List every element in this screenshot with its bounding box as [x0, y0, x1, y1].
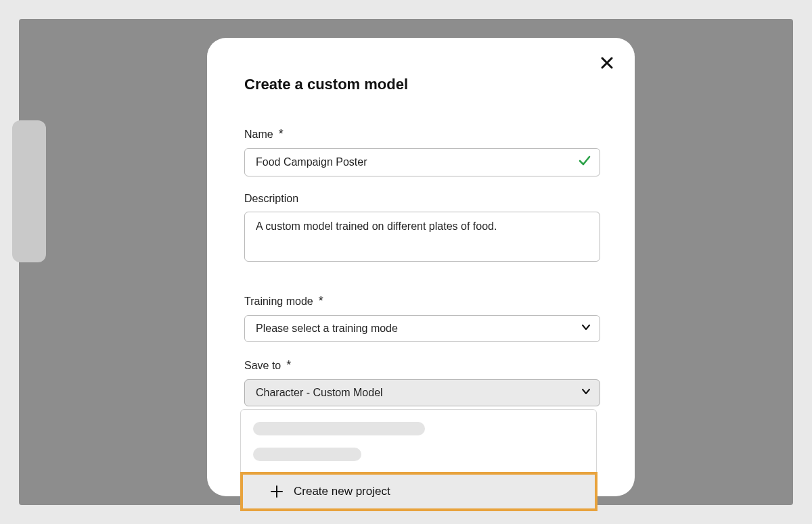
- close-button[interactable]: [598, 54, 616, 72]
- background-panel-fragment: [12, 120, 46, 262]
- training-mode-label: Training mode: [244, 295, 313, 308]
- save-to-field: Save to * Character - Custom Model: [244, 358, 597, 406]
- required-asterisk-icon: *: [319, 294, 323, 308]
- save-to-dropdown-panel[interactable]: Create new project: [240, 409, 597, 510]
- description-field: Description A custom model trained on di…: [244, 193, 597, 264]
- name-field: Name *: [244, 127, 597, 176]
- description-input[interactable]: A custom model trained on different plat…: [244, 212, 600, 262]
- dropdown-option-placeholder[interactable]: [253, 448, 361, 461]
- training-mode-value: Please select a training mode: [256, 323, 398, 335]
- training-mode-select[interactable]: Please select a training mode: [244, 315, 600, 342]
- close-icon: [601, 57, 613, 69]
- app-frame: Create a custom model Name * Description…: [19, 19, 793, 505]
- plus-icon: [271, 485, 283, 498]
- training-mode-field: Training mode * Please select a training…: [244, 294, 597, 342]
- description-label: Description: [244, 193, 298, 205]
- create-new-project-option[interactable]: Create new project: [241, 473, 596, 510]
- required-asterisk-icon: *: [286, 358, 291, 373]
- create-new-project-label: Create new project: [294, 485, 390, 498]
- name-input[interactable]: [244, 148, 600, 176]
- dialog-title: Create a custom model: [244, 76, 597, 93]
- save-to-select[interactable]: Character - Custom Model: [244, 379, 600, 406]
- save-to-value: Character - Custom Model: [256, 387, 383, 399]
- required-asterisk-icon: *: [279, 127, 284, 141]
- name-label: Name: [244, 128, 273, 141]
- dropdown-option-placeholder[interactable]: [253, 422, 425, 435]
- save-to-label: Save to: [244, 360, 281, 372]
